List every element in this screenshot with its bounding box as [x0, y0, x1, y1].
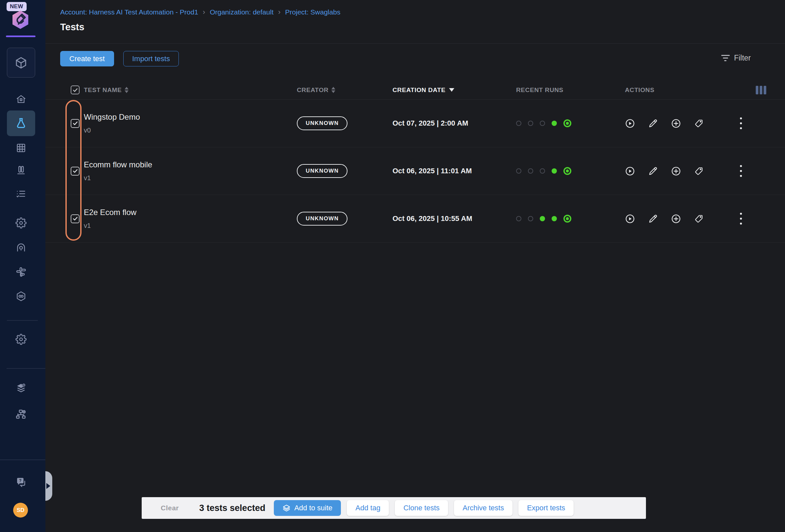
edit-test-button[interactable] — [648, 166, 658, 176]
column-header-actions: ACTIONS — [625, 86, 746, 94]
bulk-actions-bar: Clear 3 tests selected Add to suite Add … — [142, 497, 646, 519]
sidebar-item-org-settings[interactable] — [0, 408, 42, 420]
run-status-dot-ring[interactable] — [563, 167, 571, 175]
sidebar-item-suites[interactable] — [0, 165, 42, 176]
run-test-button[interactable] — [625, 118, 635, 129]
column-settings-icon[interactable] — [756, 86, 785, 94]
run-status-dot-filled[interactable] — [552, 168, 557, 174]
sidebar-item-pipelines[interactable] — [0, 291, 42, 302]
clone-tests-button[interactable]: Clone tests — [395, 500, 448, 516]
run-status-dot-filled[interactable] — [552, 121, 557, 126]
tag-button[interactable] — [694, 167, 704, 176]
sidebar: NEW — [0, 0, 45, 532]
sidebar-item-integrations[interactable] — [0, 266, 42, 278]
sidebar-item-agents[interactable] — [0, 242, 42, 253]
grid-icon — [16, 142, 27, 154]
table-header-row: TEST NAME CREATOR CREATION DATE RECENT R… — [45, 80, 785, 100]
sidebar-item-settings[interactable] — [0, 217, 42, 229]
row-checkbox[interactable] — [71, 167, 80, 176]
clear-selection-button[interactable]: Clear — [161, 504, 179, 512]
tag-button[interactable] — [694, 214, 704, 224]
recent-runs-cell — [516, 167, 625, 175]
archive-tests-button[interactable]: Archive tests — [454, 500, 512, 516]
edit-test-button[interactable] — [648, 214, 658, 224]
sidebar-item-resource-settings[interactable] — [0, 382, 42, 394]
user-avatar[interactable]: SD — [13, 503, 28, 517]
run-status-dot-ring[interactable] — [563, 119, 571, 127]
test-name-link[interactable]: E2e Ecom flow — [84, 208, 297, 217]
sidebar-item-project-settings[interactable] — [0, 334, 42, 345]
harness-ai-test-automation-logo[interactable] — [10, 9, 31, 30]
run-status-dot-filled[interactable] — [552, 216, 557, 221]
org-settings-icon — [15, 408, 27, 420]
recent-runs-cell — [516, 215, 625, 223]
add-to-suite-row-button[interactable] — [671, 118, 681, 129]
row-menu-button[interactable] — [740, 213, 742, 225]
test-name-link[interactable]: Wingstop Demo — [84, 112, 297, 122]
module-selector-button[interactable] — [7, 48, 35, 78]
run-status-dot-empty[interactable] — [516, 168, 521, 174]
cube-module-icon — [14, 56, 28, 70]
test-name-link[interactable]: Ecomm flow mobile — [84, 160, 297, 169]
settings-gear-icon — [16, 217, 27, 229]
sidebar-divider — [7, 320, 38, 321]
edit-test-button[interactable] — [648, 118, 658, 129]
test-version: v0 — [84, 127, 297, 134]
chevron-right-icon — [46, 483, 50, 489]
sidebar-item-tests-active[interactable] — [7, 110, 35, 136]
import-tests-button[interactable]: Import tests — [123, 51, 179, 67]
logo-divider — [6, 35, 35, 37]
actions-cell — [625, 213, 746, 225]
tests-table: TEST NAME CREATOR CREATION DATE RECENT R… — [45, 80, 785, 243]
checklist-icon — [16, 188, 27, 200]
test-version: v1 — [84, 222, 297, 229]
sidebar-item-data-tables[interactable] — [0, 142, 42, 154]
breadcrumb-account-link[interactable]: Account: Harness AI Test Automation - Pr… — [60, 8, 198, 16]
column-header-creator[interactable]: CREATOR — [297, 86, 392, 94]
run-status-dot-empty[interactable] — [516, 216, 521, 221]
run-status-dot-filled[interactable] — [540, 216, 545, 221]
breadcrumb-organization-link[interactable]: Organization: default — [210, 8, 274, 16]
export-tests-button[interactable]: Export tests — [518, 500, 574, 516]
filter-icon — [721, 55, 730, 61]
run-status-dot-empty[interactable] — [540, 121, 545, 126]
agents-icon — [16, 242, 27, 253]
breadcrumb-project-link[interactable]: Project: Swaglabs — [285, 8, 340, 16]
sort-icon — [125, 87, 129, 93]
add-to-suite-row-button[interactable] — [671, 214, 681, 224]
selected-count-text: 3 tests selected — [199, 503, 265, 513]
select-all-checkbox[interactable] — [71, 85, 80, 94]
main-content: Account: Harness AI Test Automation - Pr… — [45, 0, 785, 532]
home-icon — [16, 94, 27, 105]
add-to-suite-row-button[interactable] — [671, 166, 681, 176]
sidebar-footer-divider — [0, 460, 45, 460]
column-header-test-name[interactable]: TEST NAME — [84, 86, 297, 94]
add-tag-button[interactable]: Add tag — [347, 500, 389, 516]
row-menu-button[interactable] — [740, 165, 742, 177]
add-to-suite-button[interactable]: Add to suite — [274, 500, 341, 516]
run-status-dot-empty[interactable] — [528, 121, 533, 126]
help-button[interactable]: ? — [0, 476, 42, 488]
row-menu-button[interactable] — [740, 118, 742, 129]
row-checkbox[interactable] — [71, 214, 80, 223]
sidebar-expand-button[interactable] — [45, 471, 52, 501]
tag-button[interactable] — [694, 119, 704, 128]
column-header-creation-date[interactable]: CREATION DATE — [392, 86, 516, 94]
sidebar-item-home[interactable] — [0, 94, 42, 105]
filter-button[interactable]: Filter — [721, 54, 751, 62]
test-version: v1 — [84, 174, 297, 182]
sidebar-item-runs[interactable] — [0, 188, 42, 200]
run-status-dot-empty[interactable] — [540, 168, 545, 174]
create-test-button[interactable]: Create test — [60, 51, 114, 67]
sidebar-divider — [6, 368, 45, 369]
run-test-button[interactable] — [625, 166, 635, 176]
sort-icon — [331, 87, 335, 93]
run-status-dot-ring[interactable] — [563, 215, 571, 223]
header-divider — [45, 43, 785, 44]
run-status-dot-empty[interactable] — [528, 216, 533, 221]
row-checkbox[interactable] — [71, 119, 80, 128]
table-row: Wingstop Demo v0 UNKNOWN Oct 07, 2025 | … — [45, 100, 785, 147]
run-status-dot-empty[interactable] — [516, 121, 521, 126]
run-test-button[interactable] — [625, 214, 635, 224]
run-status-dot-empty[interactable] — [528, 168, 533, 174]
